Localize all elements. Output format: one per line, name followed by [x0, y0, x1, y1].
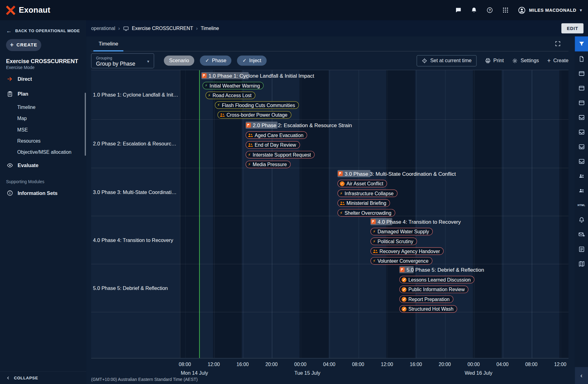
row-label: 5.0 Phase 5: Debrief & Reflection	[93, 285, 179, 291]
inject-pill[interactable]: ✓Air Asset Conflict	[338, 180, 387, 187]
edit-button[interactable]: EDIT	[561, 23, 583, 33]
checklist-icon[interactable]	[575, 242, 588, 256]
sidebar-item-map[interactable]: Map	[0, 113, 86, 124]
sidebar-item-direct[interactable]: Direct	[0, 71, 86, 86]
toggle-scenario[interactable]: Scenario	[164, 56, 194, 66]
create-button[interactable]: + CREATE	[6, 39, 41, 51]
inject-pill[interactable]: Aged Care Evacuation	[246, 132, 307, 139]
inject-label: Structured Hot Wash	[408, 306, 454, 312]
panel-icon[interactable]	[575, 95, 588, 110]
notifications-icon[interactable]	[471, 7, 477, 14]
people-icon	[248, 133, 253, 137]
help-icon[interactable]: ?	[486, 7, 493, 14]
inject-pill[interactable]: ⚡Flash Flooding Cuts Communities	[215, 101, 299, 109]
timezone-label: (GMT+10:00) Australian Eastern Standard …	[91, 377, 198, 382]
sidebar-scrollbar[interactable]	[85, 93, 86, 156]
sidebar-item-timeline[interactable]: Timeline	[0, 101, 86, 113]
create-label: Create	[553, 58, 569, 63]
collapse-sidebar-button[interactable]: COLLAPSE	[0, 371, 86, 384]
phase-bar[interactable]: 3.0 Phase 3: Multi-State Coordination & …	[338, 170, 456, 177]
inject-pill[interactable]: ⚡Political Scrutiny	[370, 238, 417, 245]
print-button[interactable]: Print	[485, 58, 504, 63]
sidebar-item-objective-mse-allocation[interactable]: Objective/MSE allocation	[0, 146, 86, 157]
phase-marker-icon	[202, 73, 207, 78]
file-icon[interactable]	[575, 51, 588, 66]
eye-icon	[7, 162, 14, 168]
inject-pill[interactable]: End of Day Review	[246, 141, 300, 149]
app-window: Exonaut ? MILES MACDONALD ▾ ← BACK TO OP…	[0, 0, 588, 384]
inject-pill[interactable]: Report Preparation	[399, 296, 453, 303]
settings-button[interactable]: Settings	[512, 58, 539, 63]
chat-icon[interactable]	[455, 7, 462, 14]
create-timeline-item-button[interactable]: + Create	[547, 58, 569, 63]
inject-pill[interactable]: ⚡Media Pressure	[246, 161, 291, 168]
set-current-time-button[interactable]: Set at current time	[417, 55, 476, 66]
panel-icon[interactable]	[575, 66, 588, 80]
inject-pill[interactable]: Ministerial Briefing	[338, 199, 390, 207]
sidebar-item-label: Timeline	[17, 104, 36, 110]
map-icon[interactable]	[575, 256, 588, 271]
inject-pill[interactable]: Public Information Review	[399, 286, 469, 293]
axis-tick: 20:00	[265, 361, 277, 367]
inject-pill[interactable]: ⚡Infrastructure Collapse	[338, 190, 397, 197]
inject-pill[interactable]: Structured Hot Wash	[399, 305, 457, 313]
people-icon[interactable]	[575, 183, 588, 198]
tray-icon[interactable]	[575, 110, 588, 124]
tray-icon[interactable]	[575, 125, 588, 139]
sidebar-item-mse[interactable]: MSE	[0, 124, 86, 135]
chip-label: Phase	[212, 58, 226, 63]
phase-title: 4.0 Phase 4: Transition to Recovery	[377, 219, 461, 225]
axis-tick: 08:00	[352, 361, 364, 367]
bolt-icon: ⚡	[208, 93, 211, 97]
tray-icon[interactable]	[575, 139, 588, 154]
sidebar-item-plan[interactable]: Plan	[0, 86, 86, 101]
inject-pill[interactable]: ⚡Road Access Lost	[206, 92, 255, 99]
user-menu[interactable]: MILES MACDONALD ▾	[518, 6, 582, 14]
sidebar-item-label: Information Sets	[18, 190, 58, 196]
phase-bar[interactable]: 5.0 Phase 5: Debrief & Reflection	[399, 266, 484, 273]
grouping-select[interactable]: Grouping Group by Phase ▾	[91, 53, 154, 68]
mail-plus-icon[interactable]	[575, 227, 588, 242]
axis-tick: 08:00	[179, 361, 191, 367]
inject-pill[interactable]: Lessons Learned Discussion	[399, 276, 475, 283]
phase-bar[interactable]: 4.0 Phase 4: Transition to Recovery	[370, 218, 461, 225]
tray-icon[interactable]	[575, 154, 588, 168]
inject-pill[interactable]: ⚡Shelter Overcrowding	[338, 209, 395, 217]
phase-bar[interactable]: 1.0 Phase 1: Cyclone Landfall & Initial …	[201, 72, 314, 79]
inject-pill[interactable]: ⚡Volunteer Convergence	[370, 257, 432, 265]
panel-icon[interactable]	[575, 81, 588, 95]
sidebar-item-information-sets[interactable]: Information Sets	[0, 185, 86, 201]
people-icon[interactable]	[575, 169, 588, 183]
fullscreen-icon[interactable]	[555, 41, 561, 47]
apps-icon[interactable]	[502, 7, 509, 14]
axis-tick: 12:00	[381, 361, 393, 367]
tab-timeline[interactable]: Timeline	[93, 37, 124, 52]
back-to-operational-button[interactable]: ← BACK TO OPERATIONAL MODE	[6, 28, 80, 33]
phase-bar[interactable]: 2.0 Phase 2: Escalation & Resource Strai…	[246, 122, 352, 129]
toggle-inject[interactable]: ✓Inject	[237, 56, 266, 66]
plan-icon	[7, 91, 14, 97]
people-icon	[248, 143, 253, 147]
breadcrumb-operational[interactable]: operational	[91, 25, 115, 31]
collapse-rail-button[interactable]: ‹	[575, 367, 588, 384]
breadcrumb-timeline[interactable]: Timeline	[201, 25, 219, 31]
inject-pill[interactable]: ⚡Damaged Water Supply	[370, 228, 433, 235]
bell-icon[interactable]	[575, 213, 588, 227]
inject-pill[interactable]: ⚡Initial Weather Warning	[202, 82, 264, 89]
filter-icon[interactable]	[575, 37, 588, 52]
inject-pill[interactable]: Recovery Agency Handover	[370, 247, 444, 255]
inject-pill[interactable]: ⚡Interstate Support Request	[246, 151, 315, 158]
brand[interactable]: Exonaut	[6, 6, 50, 15]
html-label: HTML	[577, 204, 585, 206]
sidebar-item-evaluate[interactable]: Evaluate	[0, 157, 86, 173]
timeline-panel: Timeline Grouping Group by Phase ▾ Scena…	[86, 37, 575, 384]
breadcrumb-exercise[interactable]: Exercise CROSSCURRENT	[132, 25, 193, 31]
toggle-phase[interactable]: ✓Phase	[200, 56, 232, 66]
user-name: MILES MACDONALD	[529, 7, 576, 13]
axis-tick: 16:00	[236, 361, 249, 367]
sidebar-item-resources[interactable]: Resources	[0, 135, 86, 146]
inject-label: End of Day Review	[255, 142, 296, 148]
inject-pill[interactable]: Cross-border Power Outage	[218, 111, 291, 119]
html-icon[interactable]: HTML	[575, 198, 588, 212]
inject-label: Political Scrutiny	[377, 239, 413, 244]
